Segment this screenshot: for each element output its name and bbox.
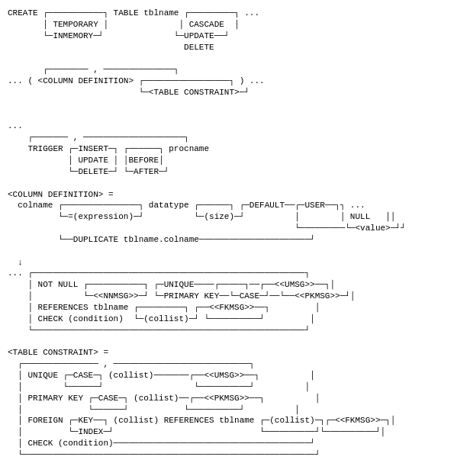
diagram-content: CREATE ┌───────────┐ TABLE tblname ┌────… xyxy=(8,8,462,461)
syntax-diagram: CREATE ┌───────────┐ TABLE tblname ┌────… xyxy=(8,8,462,461)
